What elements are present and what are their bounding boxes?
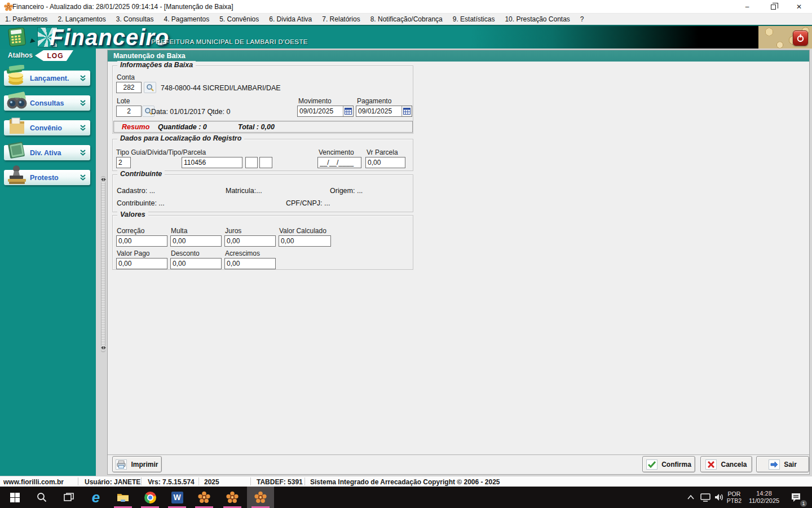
multa-input[interactable] <box>170 235 222 247</box>
groupbox-legend: Contribuinte <box>117 170 165 178</box>
movimento-calendar-button[interactable] <box>343 106 353 116</box>
tray-network-button[interactable] <box>698 487 713 508</box>
status-user: Usuário: JANETE <box>85 478 140 486</box>
conta-search-button[interactable] <box>144 82 156 93</box>
tray-chevron-button[interactable] <box>683 487 698 508</box>
notification-center-button[interactable]: 1 <box>786 487 805 508</box>
minimize-button[interactable]: – <box>734 0 760 14</box>
conta-input[interactable] <box>116 82 142 93</box>
chevron-double-down-icon[interactable] <box>79 74 87 82</box>
menu-convenios[interactable]: 5. Convênios <box>214 14 264 25</box>
sidebar-item-label: Div. Ativa <box>30 149 61 157</box>
desconto-label: Desconto <box>171 249 200 257</box>
desconto-input[interactable] <box>170 258 222 269</box>
multa-label: Multa <box>171 227 187 235</box>
movimento-input[interactable] <box>298 106 343 116</box>
taskbar-fiorilli-app-active[interactable] <box>247 487 274 508</box>
tipo-input[interactable] <box>116 157 131 168</box>
sidebar: Atalhos LOG Lançament. <box>0 49 96 476</box>
lote-input[interactable] <box>116 106 142 117</box>
main-panel: Manutenção de Baixa Informações da Baixa… <box>107 50 810 475</box>
vencimento-label: Vencimento <box>319 148 354 156</box>
menu-parametros[interactable]: 1. Parâmetros <box>0 14 52 25</box>
menu-pagamentos[interactable]: 4. Pagamentos <box>158 14 214 25</box>
resumo-quantidade: Quantidade : 0 <box>158 123 207 131</box>
vr-parcela-input[interactable] <box>365 157 405 168</box>
sair-button[interactable]: Sair <box>756 456 809 472</box>
start-button[interactable] <box>1 487 28 508</box>
groupbox-informacoes-baixa: Informações da Baixa Conta 748-0800-44 S… <box>112 65 413 134</box>
valor-calculado-input[interactable] <box>279 235 331 247</box>
status-site[interactable]: www.fiorilli.com.br <box>3 478 64 486</box>
menu-lancamentos[interactable]: 2. Lançamentos <box>52 14 111 25</box>
chevron-double-down-icon[interactable] <box>79 148 87 156</box>
sidebar-item-protesto[interactable]: Protesto <box>4 170 90 185</box>
chevron-double-down-icon[interactable] <box>79 124 87 132</box>
tipo-guia-label: Tipo Guia/Dívida/Tipo/Parcela <box>116 148 206 156</box>
taskbar-file-explorer[interactable] <box>109 487 136 508</box>
internet-explorer-icon: e <box>92 490 100 505</box>
taskbar-fiorilli-app-2[interactable] <box>219 487 246 508</box>
menu-help[interactable]: ? <box>575 14 589 25</box>
fiorilli-flower-icon <box>226 491 239 503</box>
tray-language-button[interactable]: POR PTB2 <box>723 487 745 508</box>
contribuinte-value: Contribuinte: ... <box>117 199 165 207</box>
conta-description: 748-0800-44 SICREDI/LAMBARI/DAE <box>161 84 281 92</box>
imprimir-button[interactable]: Imprimir <box>112 456 162 472</box>
taskbar-search-button[interactable] <box>28 487 55 508</box>
movimento-datefield <box>297 106 354 117</box>
clock-time: 14:28 <box>756 490 772 497</box>
parcela-input[interactable] <box>259 157 272 168</box>
valor-pago-input[interactable] <box>116 258 167 269</box>
sidebar-splitter[interactable] <box>101 176 105 352</box>
conta-label: Conta <box>117 73 135 81</box>
chevron-double-down-icon[interactable] <box>79 173 87 181</box>
tipo-parcela-input[interactable] <box>245 157 258 168</box>
menu-prestacao-contas[interactable]: 10. Prestação Contas <box>500 14 575 25</box>
guia-input[interactable] <box>182 157 242 168</box>
cancela-button[interactable]: Cancela <box>700 456 752 472</box>
collapse-arrow-icon[interactable] <box>29 38 35 43</box>
chevron-up-icon <box>687 495 694 500</box>
groupbox-legend: Dados para Localização do Registro <box>117 134 244 142</box>
menu-relatorios[interactable]: 7. Relatórios <box>317 14 365 25</box>
status-copyright: Sistema Integrado de Arrecadação Copyrig… <box>310 478 500 486</box>
menu-estatisticas[interactable]: 9. Estatísticas <box>448 14 500 25</box>
workspace: Atalhos LOG Lançament. <box>0 49 812 476</box>
menu-consultas[interactable]: 3. Consultas <box>111 14 159 25</box>
magnifier-icon <box>146 84 154 91</box>
confirma-button[interactable]: Confirma <box>642 456 695 472</box>
pagamento-calendar-button[interactable] <box>401 106 412 116</box>
calculator-icon[interactable] <box>7 28 28 47</box>
correcao-input[interactable] <box>116 235 167 247</box>
log-badge[interactable]: LOG <box>35 50 73 61</box>
vencimento-input[interactable] <box>317 157 361 168</box>
sidebar-item-lancamento[interactable]: Lançament. <box>4 71 90 86</box>
tray-clock[interactable]: 14:28 11/02/2025 <box>745 487 783 508</box>
taskbar-fiorilli-app-1[interactable] <box>191 487 218 508</box>
taskbar-chrome[interactable] <box>136 487 164 508</box>
splitter-arrows-icon[interactable] <box>101 346 105 351</box>
taskbar-word[interactable]: W <box>164 487 191 508</box>
splitter-arrows-icon[interactable] <box>101 178 105 182</box>
app-banner: Financeiro PREFEITURA MUNICIPAL DE LAMBA… <box>0 25 812 49</box>
sidebar-item-divida-ativa[interactable]: Div. Ativa <box>4 145 90 160</box>
acrescimos-input[interactable] <box>224 258 276 269</box>
sidebar-item-consultas[interactable]: Consultas <box>4 95 90 111</box>
network-icon <box>700 493 710 502</box>
logout-power-button[interactable] <box>793 30 808 46</box>
juros-input[interactable] <box>224 235 276 247</box>
chevron-double-down-icon[interactable] <box>79 99 87 107</box>
groupbox-legend: Informações da Baixa <box>117 61 196 69</box>
panel-title: Manutenção de Baixa <box>108 50 809 62</box>
fiorilli-flower-icon <box>198 491 210 503</box>
restore-button[interactable] <box>760 0 786 14</box>
close-button[interactable]: ✕ <box>786 0 812 14</box>
task-view-button[interactable] <box>55 487 82 508</box>
menu-notificacao-cobranca[interactable]: 8. Notificação/Cobrança <box>365 14 448 25</box>
pagamento-input[interactable] <box>356 106 401 116</box>
taskbar-internet-explorer[interactable]: e <box>82 487 109 508</box>
valor-pago-label: Valor Pago <box>117 249 149 257</box>
sidebar-item-convenio[interactable]: Convênio <box>4 120 90 135</box>
menu-divida-ativa[interactable]: 6. Divida Ativa <box>264 14 317 25</box>
